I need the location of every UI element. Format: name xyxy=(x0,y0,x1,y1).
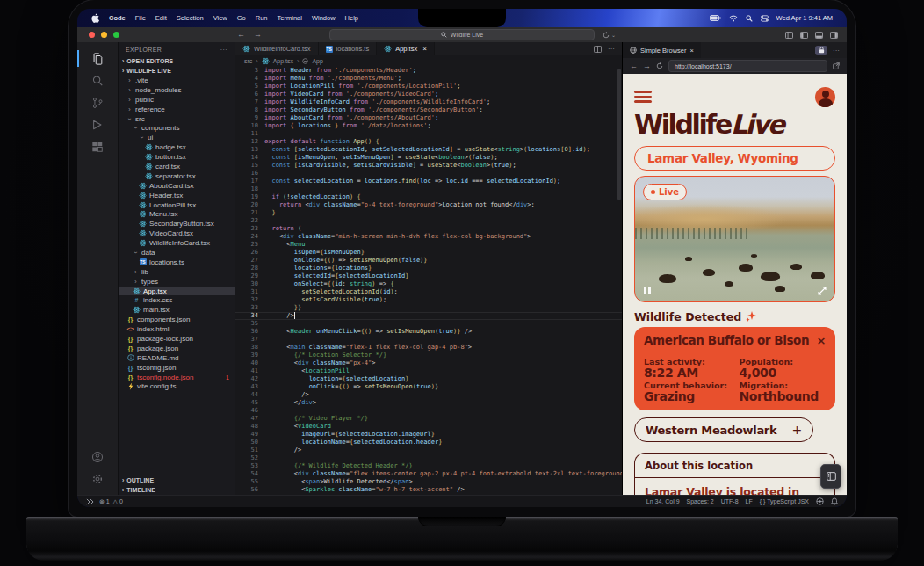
code-line-15[interactable]: 15 const [isCardVisible, setIsCardVisibl… xyxy=(235,162,622,170)
command-center-search[interactable]: Wildlife Live xyxy=(329,29,595,40)
menu-bar-clock[interactable]: Wed Apr 1 9:41 AM xyxy=(776,14,833,22)
code-line-19[interactable]: 19 if (!selectedLocation) { xyxy=(235,193,622,201)
code-line-32[interactable]: 32 setIsCardVisible(true); xyxy=(235,296,622,304)
code-line-7[interactable]: 7import WildlifeInfoCard from './compone… xyxy=(235,98,622,106)
tree-item-badge-tsx[interactable]: badge.tsx xyxy=(119,142,235,152)
live-preview-icon[interactable] xyxy=(816,497,824,505)
code-line-26[interactable]: 26 isOpen={isMenuOpen} xyxy=(235,249,622,257)
code-line-41[interactable]: 41 <LocationPill xyxy=(235,367,622,375)
tree-item-lib[interactable]: ›lib xyxy=(119,267,235,277)
close-card-icon[interactable]: × xyxy=(817,334,827,347)
floating-layout-button[interactable] xyxy=(820,464,841,489)
timeline-section[interactable]: ›TIMELINE xyxy=(119,485,235,495)
tree-item-tsconfig-node-json[interactable]: {}tsconfig.node.json1 xyxy=(119,373,235,382)
code-line-50[interactable]: 50 locationName={selectedLocation.header… xyxy=(235,439,622,446)
editor-scrollbar[interactable] xyxy=(617,69,621,200)
menu-run[interactable]: Run xyxy=(256,14,268,22)
tree-item-src[interactable]: ›src xyxy=(119,114,235,124)
sidebar-item-extensions[interactable] xyxy=(77,135,118,157)
close-window-button[interactable] xyxy=(89,32,95,38)
sidebar-item-explorer[interactable] xyxy=(77,47,118,69)
hamburger-menu-icon[interactable] xyxy=(634,91,652,102)
apple-menu-icon[interactable] xyxy=(91,13,99,23)
sidebar-item-search[interactable] xyxy=(77,69,118,91)
tab-wildlifeinfocard-tsx[interactable]: WildlifeInfoCard.tsx xyxy=(235,42,319,55)
tree-item-locationpill-tsx[interactable]: LocationPill.tsx xyxy=(119,200,235,210)
tree-item-secondarybutton-tsx[interactable]: SecondaryButton.tsx xyxy=(119,219,235,229)
tree-item--vite[interactable]: ›.vite xyxy=(119,76,235,85)
status-utf-8[interactable]: UTF-8 xyxy=(721,498,739,504)
code-line-4[interactable]: 4import Menu from './components/Menu'; xyxy=(235,75,622,83)
tree-item-videocard-tsx[interactable]: VideoCard.tsx xyxy=(119,229,235,238)
zoom-window-button[interactable] xyxy=(113,32,119,38)
code-line-43[interactable]: 43 onClick={() => setIsMenuOpen(true)} xyxy=(235,383,622,391)
tree-item-separator-tsx[interactable]: separator.tsx xyxy=(119,171,235,181)
menu-code[interactable]: Code xyxy=(109,14,126,22)
history-back-button[interactable]: ← xyxy=(237,27,245,42)
menu-selection[interactable]: Selection xyxy=(177,14,204,22)
code-line-49[interactable]: 49 imageUrl={selectedLocation.imageUrl} xyxy=(235,431,622,439)
code-line-23[interactable]: 23 return ( xyxy=(235,225,622,233)
tree-item-main-tsx[interactable]: main.tsx xyxy=(119,305,235,315)
browser-back-icon[interactable]: ← xyxy=(630,62,638,70)
tree-item-index-html[interactable]: <>index.html xyxy=(119,324,235,334)
code-line-36[interactable]: 36 <Header onMenuClick={() => setIsMenuO… xyxy=(235,328,622,336)
code-line-25[interactable]: 25 <Menu xyxy=(235,241,622,249)
status-ln-34-col-9[interactable]: Ln 34, Col 9 xyxy=(646,498,680,504)
tree-item-vite-config-ts[interactable]: vite.config.ts xyxy=(119,382,235,392)
code-line-29[interactable]: 29 selectedId={selectedLocationId} xyxy=(235,272,622,280)
editor-more-actions-icon[interactable]: ··· xyxy=(608,45,615,53)
explorer-more-actions-icon[interactable]: ··· xyxy=(220,47,227,53)
customize-layout-icon[interactable] xyxy=(785,32,793,39)
project-root-section[interactable]: ›WILDLIFE LIVE xyxy=(119,66,235,76)
code-line-3[interactable]: 3import Header from './components/Header… xyxy=(235,67,622,75)
settings-gear-icon[interactable] xyxy=(77,468,118,490)
code-line-10[interactable]: 10import { locations } from './data/loca… xyxy=(235,122,622,130)
code-line-31[interactable]: 31 setSelectedLocationId(id); xyxy=(235,288,622,296)
code-line-55[interactable]: 55 <span>Wildlife Detected</span> xyxy=(235,478,622,486)
close-tab-icon[interactable]: × xyxy=(422,45,427,53)
account-icon[interactable] xyxy=(77,446,118,468)
code-line-42[interactable]: 42 location={selectedLocation} xyxy=(235,375,622,383)
code-line-6[interactable]: 6import VideoCard from './components/Vid… xyxy=(235,91,622,98)
toggle-panel-icon[interactable] xyxy=(815,32,823,39)
code-line-9[interactable]: 9import AboutCard from './components/Abo… xyxy=(235,114,622,122)
code-editor[interactable]: 3import Header from './components/Header… xyxy=(235,67,622,495)
menu-file[interactable]: File xyxy=(135,14,146,22)
browser-reload-icon[interactable] xyxy=(656,62,663,69)
menu-help[interactable]: Help xyxy=(345,14,358,22)
spotlight-search-icon[interactable] xyxy=(746,15,753,22)
tree-item-package-lock-json[interactable]: {}package-lock.json xyxy=(119,334,235,344)
code-line-8[interactable]: 8import SecondaryButton from './componen… xyxy=(235,106,622,114)
avatar[interactable] xyxy=(815,87,835,107)
code-line-12[interactable]: 12export default function App() { xyxy=(235,138,622,146)
open-external-icon[interactable] xyxy=(833,62,840,69)
sidebar-item-source-control[interactable] xyxy=(77,91,118,113)
tree-item-card-tsx[interactable]: card.tsx xyxy=(119,162,235,171)
code-line-47[interactable]: 47 {/* Video Player */} xyxy=(235,415,622,423)
tree-item-types[interactable]: ›types xyxy=(119,277,235,287)
tree-item-node-modules[interactable]: ›node_modules xyxy=(119,85,235,95)
tab-locations-ts[interactable]: TSlocations.ts xyxy=(319,42,378,55)
menu-window[interactable]: Window xyxy=(312,14,336,22)
code-line-27[interactable]: 27 onClose={() => setIsMenuOpen(false)} xyxy=(235,257,622,265)
problems-status[interactable]: ⊗ 1 △ 0 xyxy=(99,498,123,505)
tree-item-locations-ts[interactable]: TSlocations.ts xyxy=(119,258,235,267)
minimize-window-button[interactable] xyxy=(101,32,107,38)
open-editors-section[interactable]: ›OPEN EDITORS xyxy=(119,56,235,66)
battery-icon[interactable] xyxy=(710,15,721,21)
tree-item-public[interactable]: ›public xyxy=(119,95,235,105)
code-line-16[interactable]: 16 xyxy=(235,170,622,178)
code-line-46[interactable]: 46 xyxy=(235,407,622,415)
notifications-bell-icon[interactable] xyxy=(831,497,838,505)
sidebar-item-run-debug[interactable] xyxy=(77,113,118,135)
tree-item-package-json[interactable]: {}package.json xyxy=(119,344,235,353)
status-lf[interactable]: LF xyxy=(746,498,753,504)
toggle-secondary-sidebar-icon[interactable] xyxy=(830,32,838,39)
tree-item-components[interactable]: ›components xyxy=(119,123,235,133)
split-editor-icon[interactable] xyxy=(594,46,602,53)
tree-item-index-css[interactable]: #index.css xyxy=(119,295,235,305)
status--typescript-jsx[interactable]: { } TypeScript JSX xyxy=(760,498,809,504)
lock-icon[interactable] xyxy=(815,46,827,55)
tree-item-readme-md[interactable]: README.md xyxy=(119,353,235,363)
